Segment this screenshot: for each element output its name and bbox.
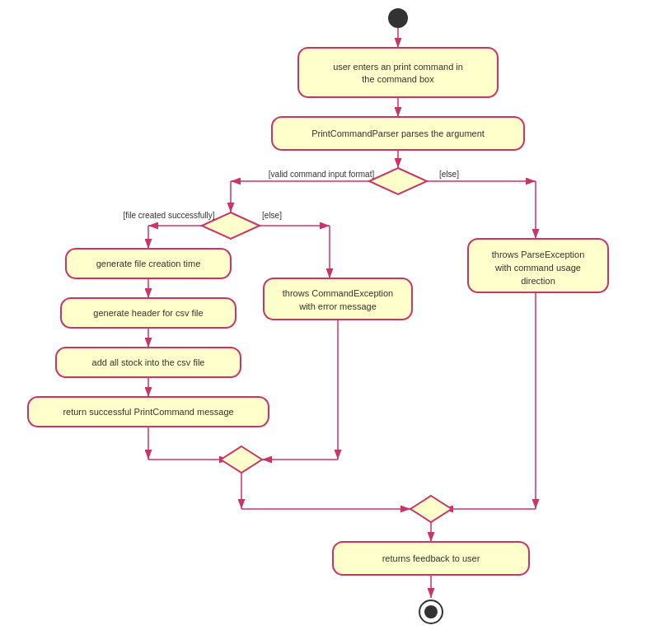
start-node: [388, 8, 408, 28]
label-else-file: [else]: [262, 211, 282, 220]
throws-cmd-text1: throws CommandException: [283, 288, 394, 298]
enter-command-text2: the command box: [362, 74, 434, 84]
throws-parse-text3: direction: [521, 276, 555, 286]
merge2-diamond: [410, 496, 452, 522]
return-success-text: return successful PrintCommand message: [63, 407, 233, 417]
label-file-success: [file created successfully]: [123, 211, 214, 220]
parse-argument-text: PrintCommandParser parses the argument: [311, 128, 485, 138]
gen-header-text: generate header for csv file: [93, 308, 203, 318]
throws-parse-text1: throws ParseException: [492, 250, 585, 259]
add-stock-text: add all stock into the csv file: [92, 357, 205, 367]
merge1-diamond: [221, 446, 262, 473]
throws-cmd-text2: with error message: [298, 301, 377, 311]
gen-time-text: generate file creation time: [96, 259, 201, 268]
throws-parse-text2: with command usage: [494, 263, 581, 273]
enter-command-text: user enters an print command in: [333, 62, 463, 72]
label-valid: [valid command input format]: [269, 170, 375, 179]
end-node-inner: [424, 605, 438, 618]
label-else-format: [else]: [439, 170, 459, 179]
decision-format-diamond: [369, 168, 427, 194]
enter-command-box: [298, 48, 498, 97]
returns-feedback-text: returns feedback to user: [382, 553, 480, 563]
throws-cmd-box: [264, 278, 412, 320]
